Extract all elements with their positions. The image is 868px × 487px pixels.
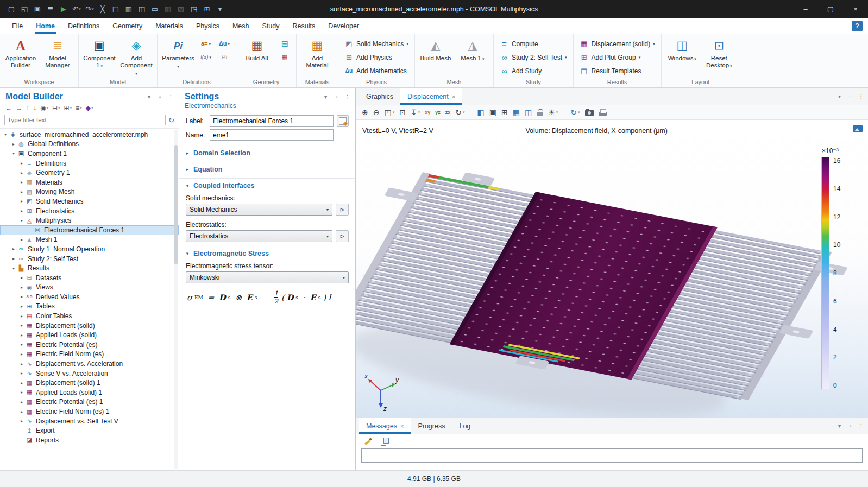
close-button[interactable]: × [843, 0, 868, 18]
menu-file[interactable]: File [5, 18, 29, 34]
run-button[interactable]: ▶ [58, 3, 70, 16]
tree-item-moving-mesh[interactable]: ▸Moving Mesh [0, 187, 179, 197]
reset-desktop-button[interactable]: Reset Desktop ▾ [701, 35, 737, 78]
menu-developer[interactable]: Developer [322, 18, 366, 34]
minkowski-combobox[interactable]: Minkowski▾ [186, 271, 349, 283]
tree-item-sense-v-vs-acceleration[interactable]: ▸Sense V vs. Acceleration [0, 369, 179, 378]
move-up-button[interactable]: ↑ [25, 104, 30, 112]
compute-button[interactable]: Compute [496, 37, 570, 50]
measure-button[interactable]: ▧ [175, 3, 187, 16]
menu-geometry[interactable]: Geometry [106, 18, 149, 34]
clear-messages-button[interactable] [362, 437, 374, 446]
remove-details-button[interactable] [276, 51, 293, 64]
parameters-button[interactable]: Parameters ▾ [160, 35, 196, 78]
go-to-source-button[interactable]: ⊳ [336, 204, 349, 216]
close-tab-icon[interactable]: × [452, 93, 455, 100]
tree-item-reports[interactable]: Reports [0, 435, 179, 445]
menu-results[interactable]: Results [286, 18, 322, 34]
view-xy-button[interactable]: xy [423, 110, 432, 116]
section-header-electromagnetic-stress[interactable]: ▾Electromagnetic Stress [179, 246, 355, 261]
copy-button[interactable]: ▤ [110, 3, 122, 16]
add-study-button[interactable]: Add Study [496, 65, 570, 77]
menu-physics[interactable]: Physics [190, 18, 226, 34]
application-builder-button[interactable]: Application Builder [3, 35, 39, 78]
print-button[interactable] [597, 109, 608, 117]
mesh-1-button[interactable]: Mesh 1 ▾ [455, 35, 490, 78]
minimize-button[interactable]: – [793, 0, 818, 18]
electrostatics-combobox[interactable]: Electrostatics▾ [186, 230, 332, 242]
messages-float-icon[interactable]: ▫ [847, 423, 854, 429]
menu-study[interactable]: Study [256, 18, 286, 34]
show-button[interactable]: ◉▾ [39, 104, 49, 112]
tree-item-displacement-vs-self-test-v[interactable]: ▸Displacement vs. Self Test V [0, 416, 179, 426]
lock-axes-button[interactable] [535, 109, 545, 117]
tree-item-electric-field-norm-es[interactable]: ▸Electric Field Norm (es) [0, 350, 179, 359]
view-yz-button[interactable]: yz [433, 110, 442, 116]
image-to-table-button[interactable]: ⊞ [500, 108, 510, 117]
tree-item-color-tables[interactable]: ▸Color Tables [0, 311, 179, 321]
tab-displacement[interactable]: Displacement× [400, 88, 462, 105]
tree-item-solid-mechanics[interactable]: ▸Solid Mechanics [0, 197, 179, 206]
scene-rotation-button[interactable]: ↻▾ [454, 108, 466, 117]
image-snapshot-button[interactable] [583, 108, 595, 117]
model-tree-node-text-button[interactable]: ≡▾ [74, 104, 83, 112]
tree-item-applied-loads-solid[interactable]: ▸Applied Loads (solid) [0, 330, 179, 340]
displacement-solid-button[interactable]: Displacement (solid)▾ [576, 37, 658, 50]
tree-item-tables[interactable]: ▸Tables [0, 302, 179, 312]
zoom-extents-button[interactable]: ◳▾ [382, 108, 396, 117]
expand-all-button[interactable]: ⊞▾ [63, 104, 73, 112]
plot-image-icon[interactable] [853, 125, 863, 132]
tab-progress[interactable]: Progress [411, 418, 452, 434]
add-mathematics-button[interactable]: Add Mathematics [341, 65, 412, 77]
copy-messages-button[interactable] [379, 437, 391, 446]
label-input[interactable] [210, 115, 334, 127]
back-button[interactable]: ← [4, 104, 13, 112]
customize-toolbar-button[interactable]: ▾ [214, 3, 226, 16]
go-to-source-button[interactable]: ⊳ [336, 230, 349, 242]
undo-button[interactable]: ↶▾ [71, 3, 83, 16]
zoom-box-button[interactable]: ⊡ [398, 108, 407, 117]
section-header-domain-selection[interactable]: ▸Domain Selection [179, 146, 355, 160]
section-header-coupled-interfaces[interactable]: ▾Coupled Interfaces [179, 178, 355, 193]
tree-item-study-1-normal-operation[interactable]: ▸Study 1: Normal Operation [0, 244, 179, 254]
solid-mechanics-combobox[interactable]: Solid Mechanics▾ [186, 204, 332, 216]
tree-item-results[interactable]: ▾Results [0, 263, 179, 273]
messages-content[interactable] [361, 448, 863, 463]
tree-item-study-2-self-test[interactable]: ▸Study 2: Self Test [0, 254, 179, 264]
move-down-button[interactable]: ↓ [32, 104, 37, 112]
add-physics-button[interactable]: Add Physics [341, 51, 412, 64]
copy-image-button[interactable]: ▣ [488, 108, 498, 117]
tree-item-mesh-1[interactable]: ▸Mesh 1 [0, 235, 179, 245]
paste-button[interactable]: ▥ [123, 3, 135, 16]
tree-item-electrostatics[interactable]: ▸Electrostatics [0, 206, 179, 216]
zoom-extents-quick-button[interactable]: ◳ [188, 3, 200, 16]
collapse-panel-icon[interactable]: ▾ [146, 94, 153, 100]
accelerometer-3d-view[interactable] [356, 120, 868, 418]
tree-item-electric-potential-es[interactable]: ▸Electric Potential (es) [0, 340, 179, 350]
menu-materials[interactable]: Materials [149, 18, 190, 34]
tree-item-global-definitions[interactable]: ▸Global Definitions [0, 140, 179, 149]
help-button[interactable]: ? [852, 21, 863, 31]
windows-button[interactable]: Windows ▾ [664, 35, 700, 78]
dock-window-button[interactable]: ◫ [523, 108, 533, 117]
build-all-button[interactable]: Build All [239, 35, 275, 78]
insert-sequence-button[interactable] [276, 37, 293, 50]
tab-graphics[interactable]: Graphics [359, 88, 400, 105]
result-templates-button[interactable]: Result Templates [576, 65, 658, 77]
model-manager-button[interactable]: Model Manager [40, 35, 76, 78]
panel-menu-icon[interactable]: ⋮ [167, 94, 174, 100]
settings-menu-icon[interactable]: ⋮ [344, 94, 351, 100]
graphics-collapse-icon[interactable]: ▾ [836, 93, 843, 99]
tree-item-datasets[interactable]: ▸Datasets [0, 273, 179, 283]
parameter-case-button[interactable] [216, 51, 233, 64]
print-quick-button[interactable]: ⊞ [201, 3, 213, 16]
functions-button[interactable]: ▾ [197, 51, 215, 64]
model-manager-search-button[interactable]: ≣ [45, 3, 56, 16]
tree-item-electric-field-norm-es-1[interactable]: ▸Electric Field Norm (es) 1 [0, 407, 179, 416]
study-2-self-test-button[interactable]: Study 2: Self Test▾ [496, 51, 570, 64]
close-tab-icon[interactable]: × [400, 423, 404, 429]
graphics-float-icon[interactable]: ▫ [847, 93, 854, 99]
menu-home[interactable]: Home [29, 18, 61, 34]
tree-scrollbar[interactable] [174, 130, 178, 469]
tree-item-derived-values[interactable]: ▸Derived Values [0, 292, 179, 302]
